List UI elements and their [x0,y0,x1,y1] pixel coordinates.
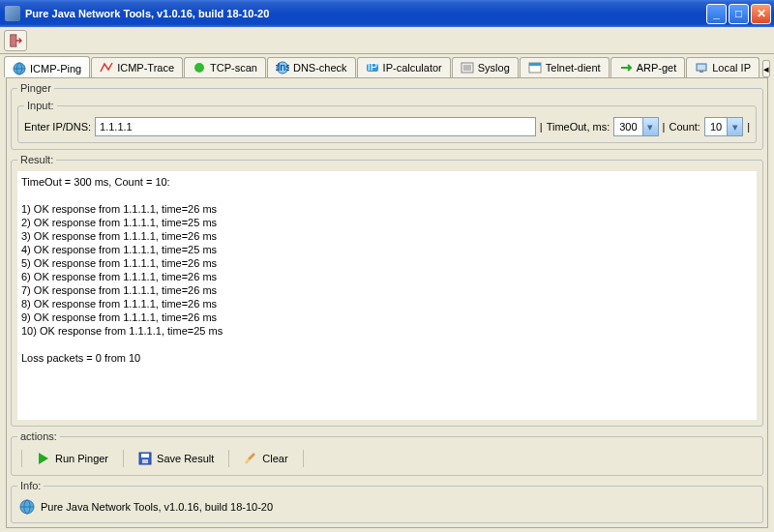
svg-rect-0 [11,34,16,45]
info-text: Pure Java Network Tools, v1.0.16, build … [41,501,273,513]
tab-ip-calculator[interactable]: IPIP-calculator [357,57,451,77]
tab-label: ICMP-Trace [117,62,174,74]
globe-icon [19,499,35,515]
svg-text:dns: dns [276,61,289,73]
tab-label: Syslog [478,62,510,74]
result-header: TimeOut = 300 ms, Count = 10: [21,175,753,189]
result-line: 10) OK response from 1.1.1.1, time=25 ms [21,324,753,338]
actions-legend: actions: [17,430,60,442]
run-label: Run Pinger [55,453,108,464]
svg-rect-19 [142,459,148,463]
chevron-down-icon: ▾ [642,118,658,135]
result-line: 3) OK response from 1.1.1.1, time=26 ms [21,229,753,243]
dns-icon: dns [276,61,289,74]
trace-icon [100,61,113,74]
svg-rect-16 [700,71,703,73]
timeout-label: TimeOut, ms: [547,121,610,133]
tab-label: IP-calculator [383,62,442,74]
svg-text:IP: IP [367,61,376,73]
info-group: Info: Pure Java Network Tools, v1.0.16, … [11,480,763,523]
sep: | [663,121,666,133]
exit-button[interactable] [4,30,27,51]
clear-label: Clear [262,453,287,464]
maximize-button[interactable]: □ [729,4,749,24]
input-group: Input: Enter IP/DNS: | TimeOut, ms: 300 … [17,100,757,143]
tab-label: ARP-get [637,62,677,74]
count-value: 10 [705,121,727,133]
result-group: Result: TimeOut = 300 ms, Count = 10:1) … [11,154,763,427]
clear-button[interactable]: Clear [235,448,296,469]
telnet-icon [528,61,542,74]
chevron-down-icon: ▾ [727,118,742,135]
tab-label: Telnet-dient [546,62,601,74]
main-panel: Pinger Input: Enter IP/DNS: | TimeOut, m… [6,77,768,528]
tab-icmp-trace[interactable]: ICMP-Trace [91,57,183,77]
app-icon [5,6,20,21]
result-legend: Result: [17,154,56,165]
result-summary: Loss packets = 0 from 10 [21,351,753,365]
input-legend: Input: [24,100,57,111]
result-line: 9) OK response from 1.1.1.1, time=26 ms [21,310,753,324]
result-line: 8) OK response from 1.1.1.1, time=26 ms [21,297,753,310]
sep: | [747,121,750,133]
tab-label: Local IP [712,62,751,74]
ip-label: Enter IP/DNS: [24,121,91,133]
timeout-value: 300 [614,121,641,133]
tab-label: DNS-check [293,62,347,74]
count-label: Count: [669,121,700,133]
info-legend: Info: [17,480,44,491]
broom-icon [244,452,257,465]
green-icon [193,61,206,74]
result-line: 1) OK response from 1.1.1.1, time=26 ms [21,202,753,216]
toolbar [0,27,774,54]
localip-icon [695,61,708,74]
actions-group: actions: Run Pinger Save Result Clear [11,430,763,476]
door-exit-icon [9,34,22,47]
tab-icmp-ping[interactable]: ICMP-Ping [4,56,90,77]
result-line: 6) OK response from 1.1.1.1, time=26 ms [21,270,753,283]
svg-point-4 [194,63,204,73]
run-button[interactable]: Run Pinger [28,448,117,469]
save-label: Save Result [157,453,214,464]
tab-scroll-left[interactable]: ◂ [762,60,770,77]
ip-icon: IP [366,61,379,74]
minimize-button[interactable]: _ [706,4,727,24]
tabs: ICMP-PingICMP-TraceTCP-scandnsDNS-checkI… [0,54,774,77]
tab-label: ICMP-Ping [30,63,81,74]
titlebar: Pure Java Network Tools, v1.0.16, build … [0,0,774,27]
tab-label: TCP-scan [210,62,257,74]
globe-icon [13,62,26,75]
tab-telnet-dient[interactable]: Telnet-dient [520,57,610,77]
arp-icon [619,61,633,74]
sep: | [540,121,543,133]
separator [21,450,22,467]
window-title: Pure Java Network Tools, v1.0.16, build … [25,8,269,19]
tab-arp-get[interactable]: ARP-get [610,57,686,77]
result-line: 4) OK response from 1.1.1.1, time=25 ms [21,243,753,256]
tab-dns-check[interactable]: dnsDNS-check [267,57,356,77]
result-line: 7) OK response from 1.1.1.1, time=26 ms [21,283,753,297]
svg-rect-15 [697,64,706,71]
count-select[interactable]: 10 ▾ [704,117,743,136]
svg-rect-14 [529,63,541,66]
pinger-legend: Pinger [17,82,54,94]
tab-syslog[interactable]: Syslog [452,57,519,77]
tab-tcp-scan[interactable]: TCP-scan [184,57,266,77]
separator [228,450,229,467]
result-text[interactable]: TimeOut = 300 ms, Count = 10:1) OK respo… [17,171,757,420]
separator [123,450,124,467]
save-icon [138,452,152,465]
separator [303,450,304,467]
ip-input[interactable] [95,117,536,136]
result-line: 2) OK response from 1.1.1.1, time=25 ms [21,216,753,229]
svg-rect-18 [141,454,149,458]
tab-local ip[interactable]: Local IP [686,57,759,77]
play-icon [37,452,50,465]
pinger-group: Pinger Input: Enter IP/DNS: | TimeOut, m… [11,82,763,150]
result-line: 5) OK response from 1.1.1.1, time=26 ms [21,256,753,270]
close-button[interactable]: ✕ [751,4,771,24]
save-button[interactable]: Save Result [130,448,223,469]
syslog-icon [461,61,474,74]
timeout-select[interactable]: 300 ▾ [613,117,658,136]
